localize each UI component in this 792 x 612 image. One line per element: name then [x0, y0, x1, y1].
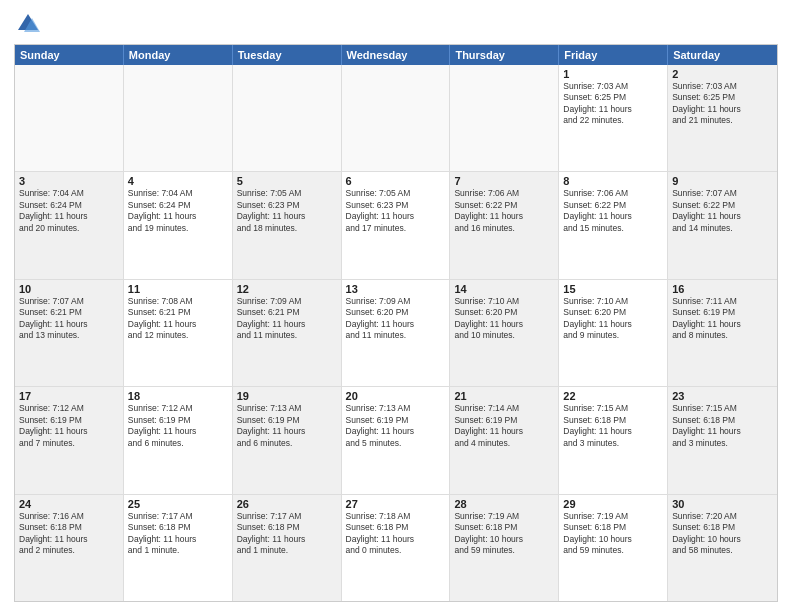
calendar-cell-22: 22Sunrise: 7:15 AM Sunset: 6:18 PM Dayli… [559, 387, 668, 493]
calendar-cell-29: 29Sunrise: 7:19 AM Sunset: 6:18 PM Dayli… [559, 495, 668, 601]
cell-info: Sunrise: 7:04 AM Sunset: 6:24 PM Dayligh… [128, 188, 228, 234]
day-number: 9 [672, 175, 773, 187]
day-number: 8 [563, 175, 663, 187]
calendar-cell-empty-4 [450, 65, 559, 171]
calendar-cell-empty-1 [124, 65, 233, 171]
calendar-cell-11: 11Sunrise: 7:08 AM Sunset: 6:21 PM Dayli… [124, 280, 233, 386]
calendar-cell-25: 25Sunrise: 7:17 AM Sunset: 6:18 PM Dayli… [124, 495, 233, 601]
cell-info: Sunrise: 7:20 AM Sunset: 6:18 PM Dayligh… [672, 511, 773, 557]
cell-info: Sunrise: 7:13 AM Sunset: 6:19 PM Dayligh… [237, 403, 337, 449]
calendar-week-4: 17Sunrise: 7:12 AM Sunset: 6:19 PM Dayli… [15, 387, 777, 494]
day-number: 27 [346, 498, 446, 510]
calendar-cell-27: 27Sunrise: 7:18 AM Sunset: 6:18 PM Dayli… [342, 495, 451, 601]
header-day-saturday: Saturday [668, 45, 777, 65]
day-number: 5 [237, 175, 337, 187]
cell-info: Sunrise: 7:05 AM Sunset: 6:23 PM Dayligh… [237, 188, 337, 234]
cell-info: Sunrise: 7:16 AM Sunset: 6:18 PM Dayligh… [19, 511, 119, 557]
day-number: 15 [563, 283, 663, 295]
cell-info: Sunrise: 7:09 AM Sunset: 6:20 PM Dayligh… [346, 296, 446, 342]
cell-info: Sunrise: 7:13 AM Sunset: 6:19 PM Dayligh… [346, 403, 446, 449]
day-number: 20 [346, 390, 446, 402]
header [14, 10, 778, 38]
calendar-cell-7: 7Sunrise: 7:06 AM Sunset: 6:22 PM Daylig… [450, 172, 559, 278]
cell-info: Sunrise: 7:05 AM Sunset: 6:23 PM Dayligh… [346, 188, 446, 234]
calendar-cell-2: 2Sunrise: 7:03 AM Sunset: 6:25 PM Daylig… [668, 65, 777, 171]
cell-info: Sunrise: 7:17 AM Sunset: 6:18 PM Dayligh… [237, 511, 337, 557]
cell-info: Sunrise: 7:06 AM Sunset: 6:22 PM Dayligh… [563, 188, 663, 234]
cell-info: Sunrise: 7:07 AM Sunset: 6:21 PM Dayligh… [19, 296, 119, 342]
header-day-thursday: Thursday [450, 45, 559, 65]
calendar-cell-3: 3Sunrise: 7:04 AM Sunset: 6:24 PM Daylig… [15, 172, 124, 278]
cell-info: Sunrise: 7:19 AM Sunset: 6:18 PM Dayligh… [454, 511, 554, 557]
calendar-cell-18: 18Sunrise: 7:12 AM Sunset: 6:19 PM Dayli… [124, 387, 233, 493]
cell-info: Sunrise: 7:10 AM Sunset: 6:20 PM Dayligh… [563, 296, 663, 342]
day-number: 2 [672, 68, 773, 80]
calendar-week-2: 3Sunrise: 7:04 AM Sunset: 6:24 PM Daylig… [15, 172, 777, 279]
day-number: 14 [454, 283, 554, 295]
calendar-week-3: 10Sunrise: 7:07 AM Sunset: 6:21 PM Dayli… [15, 280, 777, 387]
calendar-cell-8: 8Sunrise: 7:06 AM Sunset: 6:22 PM Daylig… [559, 172, 668, 278]
day-number: 13 [346, 283, 446, 295]
cell-info: Sunrise: 7:09 AM Sunset: 6:21 PM Dayligh… [237, 296, 337, 342]
calendar-cell-20: 20Sunrise: 7:13 AM Sunset: 6:19 PM Dayli… [342, 387, 451, 493]
calendar-cell-30: 30Sunrise: 7:20 AM Sunset: 6:18 PM Dayli… [668, 495, 777, 601]
day-number: 24 [19, 498, 119, 510]
day-number: 30 [672, 498, 773, 510]
calendar-week-5: 24Sunrise: 7:16 AM Sunset: 6:18 PM Dayli… [15, 495, 777, 601]
cell-info: Sunrise: 7:15 AM Sunset: 6:18 PM Dayligh… [672, 403, 773, 449]
cell-info: Sunrise: 7:12 AM Sunset: 6:19 PM Dayligh… [128, 403, 228, 449]
day-number: 3 [19, 175, 119, 187]
cell-info: Sunrise: 7:10 AM Sunset: 6:20 PM Dayligh… [454, 296, 554, 342]
day-number: 25 [128, 498, 228, 510]
day-number: 21 [454, 390, 554, 402]
calendar-cell-13: 13Sunrise: 7:09 AM Sunset: 6:20 PM Dayli… [342, 280, 451, 386]
calendar-cell-23: 23Sunrise: 7:15 AM Sunset: 6:18 PM Dayli… [668, 387, 777, 493]
calendar-cell-21: 21Sunrise: 7:14 AM Sunset: 6:19 PM Dayli… [450, 387, 559, 493]
calendar-cell-1: 1Sunrise: 7:03 AM Sunset: 6:25 PM Daylig… [559, 65, 668, 171]
cell-info: Sunrise: 7:12 AM Sunset: 6:19 PM Dayligh… [19, 403, 119, 449]
day-number: 28 [454, 498, 554, 510]
logo-icon [14, 10, 42, 38]
header-day-sunday: Sunday [15, 45, 124, 65]
day-number: 1 [563, 68, 663, 80]
calendar-cell-26: 26Sunrise: 7:17 AM Sunset: 6:18 PM Dayli… [233, 495, 342, 601]
calendar-cell-14: 14Sunrise: 7:10 AM Sunset: 6:20 PM Dayli… [450, 280, 559, 386]
calendar-cell-10: 10Sunrise: 7:07 AM Sunset: 6:21 PM Dayli… [15, 280, 124, 386]
day-number: 29 [563, 498, 663, 510]
cell-info: Sunrise: 7:07 AM Sunset: 6:22 PM Dayligh… [672, 188, 773, 234]
calendar-cell-16: 16Sunrise: 7:11 AM Sunset: 6:19 PM Dayli… [668, 280, 777, 386]
day-number: 4 [128, 175, 228, 187]
logo [14, 10, 46, 38]
calendar-cell-empty-2 [233, 65, 342, 171]
day-number: 23 [672, 390, 773, 402]
cell-info: Sunrise: 7:11 AM Sunset: 6:19 PM Dayligh… [672, 296, 773, 342]
cell-info: Sunrise: 7:14 AM Sunset: 6:19 PM Dayligh… [454, 403, 554, 449]
day-number: 10 [19, 283, 119, 295]
cell-info: Sunrise: 7:15 AM Sunset: 6:18 PM Dayligh… [563, 403, 663, 449]
header-day-friday: Friday [559, 45, 668, 65]
page: SundayMondayTuesdayWednesdayThursdayFrid… [0, 0, 792, 612]
header-day-wednesday: Wednesday [342, 45, 451, 65]
calendar-cell-9: 9Sunrise: 7:07 AM Sunset: 6:22 PM Daylig… [668, 172, 777, 278]
calendar-cell-6: 6Sunrise: 7:05 AM Sunset: 6:23 PM Daylig… [342, 172, 451, 278]
cell-info: Sunrise: 7:03 AM Sunset: 6:25 PM Dayligh… [563, 81, 663, 127]
day-number: 18 [128, 390, 228, 402]
day-number: 7 [454, 175, 554, 187]
cell-info: Sunrise: 7:06 AM Sunset: 6:22 PM Dayligh… [454, 188, 554, 234]
calendar-cell-24: 24Sunrise: 7:16 AM Sunset: 6:18 PM Dayli… [15, 495, 124, 601]
calendar-cell-17: 17Sunrise: 7:12 AM Sunset: 6:19 PM Dayli… [15, 387, 124, 493]
cell-info: Sunrise: 7:18 AM Sunset: 6:18 PM Dayligh… [346, 511, 446, 557]
calendar-cell-28: 28Sunrise: 7:19 AM Sunset: 6:18 PM Dayli… [450, 495, 559, 601]
calendar-cell-4: 4Sunrise: 7:04 AM Sunset: 6:24 PM Daylig… [124, 172, 233, 278]
calendar-cell-empty-3 [342, 65, 451, 171]
day-number: 6 [346, 175, 446, 187]
cell-info: Sunrise: 7:04 AM Sunset: 6:24 PM Dayligh… [19, 188, 119, 234]
calendar-cell-empty-0 [15, 65, 124, 171]
cell-info: Sunrise: 7:08 AM Sunset: 6:21 PM Dayligh… [128, 296, 228, 342]
day-number: 12 [237, 283, 337, 295]
calendar-cell-19: 19Sunrise: 7:13 AM Sunset: 6:19 PM Dayli… [233, 387, 342, 493]
header-day-tuesday: Tuesday [233, 45, 342, 65]
calendar-cell-15: 15Sunrise: 7:10 AM Sunset: 6:20 PM Dayli… [559, 280, 668, 386]
day-number: 26 [237, 498, 337, 510]
cell-info: Sunrise: 7:03 AM Sunset: 6:25 PM Dayligh… [672, 81, 773, 127]
